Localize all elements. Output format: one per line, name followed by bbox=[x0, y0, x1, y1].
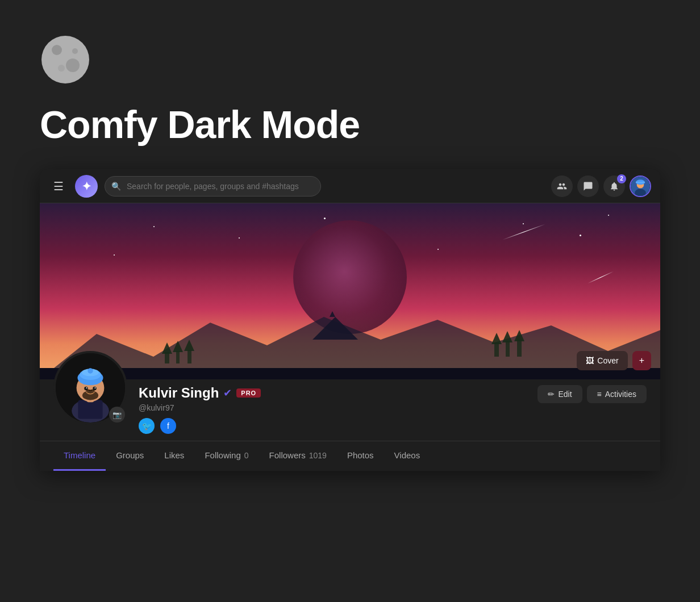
profile-social-links: 🐦 f bbox=[139, 418, 647, 434]
svg-rect-15 bbox=[188, 350, 191, 363]
svg-marker-18 bbox=[330, 311, 335, 317]
star bbox=[608, 215, 609, 216]
star bbox=[438, 249, 439, 250]
svg-point-4 bbox=[72, 48, 78, 54]
nav-icons: 2 bbox=[551, 175, 651, 197]
tab-photos[interactable]: Photos bbox=[337, 441, 384, 471]
profile-name: Kulvir Singh bbox=[139, 385, 219, 401]
moon-icon bbox=[40, 34, 91, 85]
svg-rect-23 bbox=[517, 340, 522, 357]
facebook-link[interactable]: f bbox=[160, 418, 176, 434]
profile-cover: 🖼 Cover + bbox=[40, 203, 660, 379]
profile-avatar-wrapper: 📷 bbox=[53, 351, 127, 425]
search-container: 🔍 bbox=[105, 176, 321, 197]
profile-action-buttons: ✏ Edit ≡ Activities bbox=[538, 385, 647, 403]
svg-point-38 bbox=[95, 387, 96, 388]
profile-tabs: Timeline Groups Likes Following 0 Follow… bbox=[40, 441, 660, 471]
tab-groups[interactable]: Groups bbox=[106, 441, 154, 471]
tab-followers[interactable]: Followers 1019 bbox=[259, 441, 337, 471]
cover-button[interactable]: 🖼 Cover bbox=[577, 351, 627, 370]
svg-point-1 bbox=[52, 45, 62, 55]
notifications-icon-btn[interactable]: 2 bbox=[603, 175, 625, 197]
profile-info-section: 📷 Kulvir Singh ✔ PRO @kulvir97 🐦 f ✏ bbox=[40, 379, 660, 441]
svg-point-37 bbox=[86, 387, 87, 388]
svg-rect-21 bbox=[506, 341, 510, 357]
svg-marker-20 bbox=[491, 333, 502, 344]
svg-rect-19 bbox=[494, 342, 499, 357]
svg-point-34 bbox=[88, 368, 93, 373]
twitter-link[interactable]: 🐦 bbox=[139, 418, 155, 434]
svg-point-3 bbox=[58, 65, 65, 72]
branding-title: Comfy Dark Mode bbox=[40, 102, 700, 147]
shooting-star bbox=[502, 224, 545, 240]
image-icon: 🖼 bbox=[586, 356, 594, 365]
star bbox=[580, 235, 581, 236]
verified-icon: ✔ bbox=[223, 387, 232, 399]
edit-button[interactable]: ✏ Edit bbox=[538, 385, 582, 403]
profile-handle: @kulvir97 bbox=[139, 403, 647, 412]
star bbox=[114, 254, 115, 256]
hamburger-icon[interactable]: ☰ bbox=[49, 175, 68, 198]
pro-badge: PRO bbox=[236, 388, 261, 398]
change-photo-button[interactable]: 📷 bbox=[109, 407, 125, 423]
search-icon: 🔍 bbox=[111, 182, 121, 191]
star bbox=[239, 237, 240, 239]
notification-badge: 2 bbox=[617, 174, 626, 183]
edit-icon: ✏ bbox=[548, 390, 555, 399]
app-logo[interactable]: ✦ bbox=[75, 175, 98, 198]
star bbox=[324, 218, 326, 219]
svg-marker-22 bbox=[502, 331, 512, 342]
svg-rect-9 bbox=[636, 181, 645, 183]
svg-rect-25 bbox=[40, 368, 660, 379]
friends-icon-btn[interactable] bbox=[551, 175, 573, 197]
tab-likes[interactable]: Likes bbox=[154, 441, 194, 471]
svg-point-2 bbox=[66, 58, 80, 72]
svg-point-39 bbox=[82, 391, 98, 400]
branding-section: Comfy Dark Mode bbox=[0, 0, 700, 169]
messages-icon-btn[interactable] bbox=[577, 175, 599, 197]
add-cover-button[interactable]: + bbox=[632, 351, 651, 370]
tab-videos[interactable]: Videos bbox=[384, 441, 431, 471]
shooting-star bbox=[588, 271, 614, 283]
app-window: ☰ ✦ 🔍 2 bbox=[40, 169, 660, 471]
svg-rect-28 bbox=[78, 400, 102, 419]
tab-following[interactable]: Following 0 bbox=[194, 441, 259, 471]
search-input[interactable] bbox=[105, 176, 321, 197]
activities-icon: ≡ bbox=[597, 390, 602, 399]
navbar: ☰ ✦ 🔍 2 bbox=[40, 169, 660, 203]
cover-buttons: 🖼 Cover + bbox=[577, 351, 651, 370]
svg-point-0 bbox=[41, 36, 89, 83]
tab-timeline[interactable]: Timeline bbox=[53, 441, 106, 471]
star bbox=[153, 226, 155, 227]
star bbox=[523, 223, 524, 224]
activities-button[interactable]: ≡ Activities bbox=[587, 385, 647, 403]
svg-rect-13 bbox=[176, 351, 180, 363]
mountains-silhouette bbox=[40, 311, 660, 379]
user-avatar-nav[interactable] bbox=[630, 175, 651, 197]
